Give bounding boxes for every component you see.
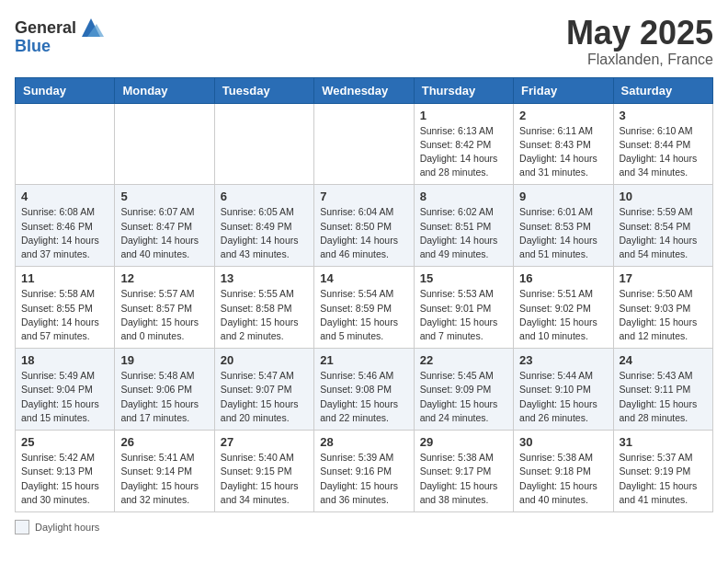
calendar-body: 1Sunrise: 6:13 AM Sunset: 8:42 PM Daylig… xyxy=(16,103,713,511)
page-header: General Blue May 2025 Flaxlanden, France xyxy=(15,15,713,68)
calendar-cell: 5Sunrise: 6:07 AM Sunset: 8:47 PM Daylig… xyxy=(115,185,214,267)
weekday-header: Sunday xyxy=(16,77,115,103)
day-info: Sunrise: 5:45 AM Sunset: 9:09 PM Dayligh… xyxy=(420,369,507,425)
day-info: Sunrise: 5:58 AM Sunset: 8:55 PM Dayligh… xyxy=(21,287,108,343)
day-number: 14 xyxy=(320,271,407,285)
calendar-cell xyxy=(214,103,313,185)
day-number: 19 xyxy=(120,353,208,367)
day-number: 22 xyxy=(420,353,507,367)
day-number: 7 xyxy=(320,190,407,203)
day-number: 11 xyxy=(21,271,108,285)
weekday-header: Friday xyxy=(514,77,613,103)
day-info: Sunrise: 5:46 AM Sunset: 9:08 PM Dayligh… xyxy=(320,369,407,425)
day-info: Sunrise: 5:44 AM Sunset: 9:10 PM Dayligh… xyxy=(519,369,607,425)
day-info: Sunrise: 5:47 AM Sunset: 9:07 PM Dayligh… xyxy=(221,369,308,425)
calendar-cell: 17Sunrise: 5:50 AM Sunset: 9:03 PM Dayli… xyxy=(613,267,712,349)
day-number: 13 xyxy=(221,271,308,285)
day-number: 28 xyxy=(320,435,407,449)
day-info: Sunrise: 6:02 AM Sunset: 8:51 PM Dayligh… xyxy=(420,205,507,261)
day-info: Sunrise: 6:04 AM Sunset: 8:50 PM Dayligh… xyxy=(320,205,407,261)
day-info: Sunrise: 5:42 AM Sunset: 9:13 PM Dayligh… xyxy=(21,451,108,507)
day-info: Sunrise: 5:37 AM Sunset: 9:19 PM Dayligh… xyxy=(620,451,707,507)
day-info: Sunrise: 5:57 AM Sunset: 8:57 PM Dayligh… xyxy=(120,287,208,343)
day-info: Sunrise: 6:11 AM Sunset: 8:43 PM Dayligh… xyxy=(519,124,607,180)
calendar-cell: 30Sunrise: 5:38 AM Sunset: 9:18 PM Dayli… xyxy=(514,431,613,512)
day-info: Sunrise: 5:43 AM Sunset: 9:11 PM Dayligh… xyxy=(620,369,707,425)
day-info: Sunrise: 5:38 AM Sunset: 9:17 PM Dayligh… xyxy=(420,451,507,507)
day-number: 24 xyxy=(620,353,707,367)
calendar-cell: 25Sunrise: 5:42 AM Sunset: 9:13 PM Dayli… xyxy=(16,431,115,512)
day-info: Sunrise: 5:38 AM Sunset: 9:18 PM Dayligh… xyxy=(519,451,607,507)
legend-label: Daylight hours xyxy=(35,522,99,533)
weekday-header: Wednesday xyxy=(314,77,414,103)
day-number: 8 xyxy=(420,190,507,203)
day-number: 9 xyxy=(519,190,607,203)
logo-blue: Blue xyxy=(15,37,51,56)
day-number: 20 xyxy=(221,353,308,367)
calendar-cell: 28Sunrise: 5:39 AM Sunset: 9:16 PM Dayli… xyxy=(314,431,414,512)
weekday-header: Thursday xyxy=(414,77,513,103)
calendar-cell: 24Sunrise: 5:43 AM Sunset: 9:11 PM Dayli… xyxy=(613,349,712,431)
day-number: 16 xyxy=(519,271,607,285)
day-number: 6 xyxy=(221,190,308,203)
calendar-cell: 29Sunrise: 5:38 AM Sunset: 9:17 PM Dayli… xyxy=(414,431,513,512)
day-number: 15 xyxy=(420,271,507,285)
day-info: Sunrise: 6:10 AM Sunset: 8:44 PM Dayligh… xyxy=(620,124,707,180)
calendar-cell: 14Sunrise: 5:54 AM Sunset: 8:59 PM Dayli… xyxy=(314,267,414,349)
weekday-header: Monday xyxy=(115,77,214,103)
day-info: Sunrise: 5:54 AM Sunset: 8:59 PM Dayligh… xyxy=(320,287,407,343)
calendar-cell xyxy=(16,103,115,185)
day-info: Sunrise: 5:59 AM Sunset: 8:54 PM Dayligh… xyxy=(620,205,707,261)
calendar-cell: 13Sunrise: 5:55 AM Sunset: 8:58 PM Dayli… xyxy=(214,267,313,349)
calendar-cell: 8Sunrise: 6:02 AM Sunset: 8:51 PM Daylig… xyxy=(414,185,513,267)
calendar-cell: 11Sunrise: 5:58 AM Sunset: 8:55 PM Dayli… xyxy=(16,267,115,349)
calendar-week-row: 1Sunrise: 6:13 AM Sunset: 8:42 PM Daylig… xyxy=(16,103,713,185)
day-number: 10 xyxy=(620,190,707,203)
calendar-cell: 9Sunrise: 6:01 AM Sunset: 8:53 PM Daylig… xyxy=(514,185,613,267)
day-info: Sunrise: 5:53 AM Sunset: 9:01 PM Dayligh… xyxy=(420,287,507,343)
calendar-cell xyxy=(314,103,414,185)
day-number: 2 xyxy=(519,109,607,122)
day-info: Sunrise: 5:40 AM Sunset: 9:15 PM Dayligh… xyxy=(221,451,308,507)
day-info: Sunrise: 5:49 AM Sunset: 9:04 PM Dayligh… xyxy=(21,369,108,425)
calendar-week-row: 11Sunrise: 5:58 AM Sunset: 8:55 PM Dayli… xyxy=(16,267,713,349)
day-number: 21 xyxy=(320,353,407,367)
day-info: Sunrise: 6:01 AM Sunset: 8:53 PM Dayligh… xyxy=(519,205,607,261)
calendar-cell: 18Sunrise: 5:49 AM Sunset: 9:04 PM Dayli… xyxy=(16,349,115,431)
calendar-cell: 12Sunrise: 5:57 AM Sunset: 8:57 PM Dayli… xyxy=(115,267,214,349)
day-number: 12 xyxy=(120,271,208,285)
calendar-cell: 20Sunrise: 5:47 AM Sunset: 9:07 PM Dayli… xyxy=(214,349,313,431)
logo-general: General xyxy=(15,18,76,38)
calendar-cell: 23Sunrise: 5:44 AM Sunset: 9:10 PM Dayli… xyxy=(514,349,613,431)
calendar-cell: 7Sunrise: 6:04 AM Sunset: 8:50 PM Daylig… xyxy=(314,185,414,267)
calendar-cell xyxy=(115,103,214,185)
calendar-cell: 21Sunrise: 5:46 AM Sunset: 9:08 PM Dayli… xyxy=(314,349,414,431)
calendar-cell: 26Sunrise: 5:41 AM Sunset: 9:14 PM Dayli… xyxy=(115,431,214,512)
day-number: 27 xyxy=(221,435,308,449)
day-number: 30 xyxy=(519,435,607,449)
day-info: Sunrise: 6:08 AM Sunset: 8:46 PM Dayligh… xyxy=(21,205,108,261)
logo-icon xyxy=(78,15,104,40)
calendar-table: SundayMondayTuesdayWednesdayThursdayFrid… xyxy=(15,77,713,512)
calendar-cell: 3Sunrise: 6:10 AM Sunset: 8:44 PM Daylig… xyxy=(613,103,712,185)
calendar-header-row: SundayMondayTuesdayWednesdayThursdayFrid… xyxy=(16,77,713,103)
calendar-cell: 22Sunrise: 5:45 AM Sunset: 9:09 PM Dayli… xyxy=(414,349,513,431)
day-number: 29 xyxy=(420,435,507,449)
main-title: May 2025 xyxy=(566,15,713,52)
day-info: Sunrise: 5:50 AM Sunset: 9:03 PM Dayligh… xyxy=(620,287,707,343)
legend-box xyxy=(15,520,29,534)
calendar-cell: 27Sunrise: 5:40 AM Sunset: 9:15 PM Dayli… xyxy=(214,431,313,512)
calendar-cell: 1Sunrise: 6:13 AM Sunset: 8:42 PM Daylig… xyxy=(414,103,513,185)
calendar-week-row: 4Sunrise: 6:08 AM Sunset: 8:46 PM Daylig… xyxy=(16,185,713,267)
weekday-header: Saturday xyxy=(613,77,712,103)
day-number: 25 xyxy=(21,435,108,449)
day-info: Sunrise: 6:13 AM Sunset: 8:42 PM Dayligh… xyxy=(420,124,507,180)
calendar-cell: 6Sunrise: 6:05 AM Sunset: 8:49 PM Daylig… xyxy=(214,185,313,267)
footer: Daylight hours xyxy=(15,520,713,534)
day-info: Sunrise: 5:41 AM Sunset: 9:14 PM Dayligh… xyxy=(120,451,208,507)
calendar-cell: 10Sunrise: 5:59 AM Sunset: 8:54 PM Dayli… xyxy=(613,185,712,267)
day-info: Sunrise: 5:39 AM Sunset: 9:16 PM Dayligh… xyxy=(320,451,407,507)
day-info: Sunrise: 5:48 AM Sunset: 9:06 PM Dayligh… xyxy=(120,369,208,425)
day-number: 4 xyxy=(21,190,108,203)
subtitle: Flaxlanden, France xyxy=(566,52,713,68)
